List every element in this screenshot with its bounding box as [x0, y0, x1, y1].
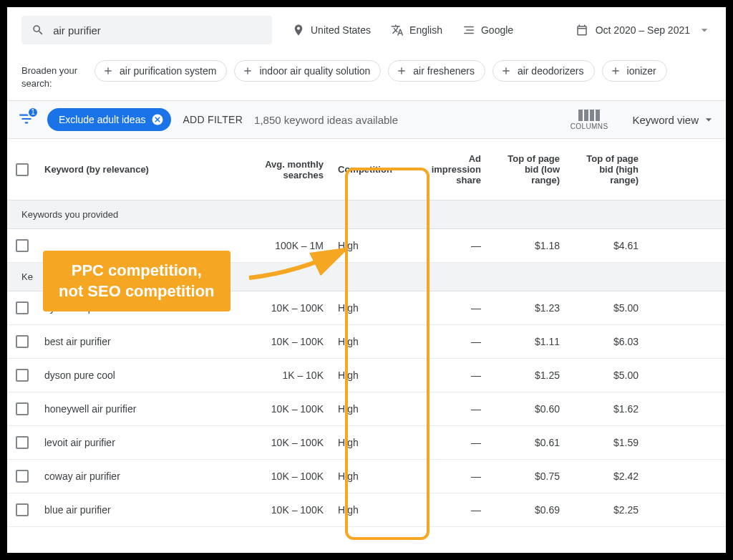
cell-bid-low: $1.23 [488, 292, 567, 324]
broaden-chip[interactable]: air deodorizers [492, 60, 595, 82]
columns-button[interactable]: COLUMNS [571, 110, 608, 130]
language-label: English [409, 24, 442, 36]
table-row: blue air purifier 10K – 100K High — $0.6… [7, 493, 726, 527]
col-avg-searches[interactable]: Avg. monthly searches [216, 139, 331, 200]
keyword-view-toggle[interactable]: Keyword view [632, 112, 716, 127]
filter-funnel[interactable]: 1 [17, 110, 36, 130]
row-checkbox[interactable] [16, 470, 29, 483]
cell-avg: 10K – 100K [216, 326, 331, 357]
cell-avg: 10K – 100K [216, 460, 331, 492]
broaden-chip[interactable]: air fresheners [388, 60, 485, 82]
cell-share: — [409, 393, 488, 425]
cell-bid-low: $1.25 [488, 359, 567, 391]
cell-competition: High [331, 359, 409, 391]
cell-avg: 10K – 100K [216, 494, 331, 526]
calendar-icon [576, 24, 588, 37]
row-checkbox[interactable] [16, 402, 29, 415]
cell-share: — [409, 427, 488, 458]
search-icon [31, 23, 44, 37]
date-range-picker[interactable]: Oct 2020 – Sep 2021 [576, 23, 712, 37]
keyword-table: Keyword (by relevance) Avg. monthly sear… [7, 139, 726, 527]
section-provided: Keywords you provided [7, 201, 726, 229]
location-setting[interactable]: United States [292, 24, 371, 37]
keyword-planner-app: United States English Google Oct 2020 – … [7, 7, 726, 553]
col-keyword[interactable]: Keyword (by relevance) [37, 139, 216, 200]
close-icon[interactable] [151, 113, 164, 126]
language-setting[interactable]: English [391, 24, 442, 37]
broaden-chip[interactable]: indoor air quality solution [234, 60, 381, 82]
top-bar: United States English Google Oct 2020 – … [7, 7, 726, 53]
cell-bid-low: $0.60 [488, 393, 567, 425]
row-checkbox[interactable] [16, 335, 29, 348]
chip-label: air deodorizers [518, 65, 584, 77]
row-checkbox[interactable] [16, 503, 29, 516]
cell-keyword: dyson air purifier [37, 292, 216, 324]
table-header: Keyword (by relevance) Avg. monthly sear… [7, 139, 726, 201]
cell-competition: High [331, 427, 409, 458]
pill-label: Exclude adult ideas [59, 114, 145, 125]
cell-share: — [409, 230, 488, 261]
cell-bid-high: $6.03 [567, 326, 646, 357]
table-row: dyson pure cool 1K – 10K High — $1.25 $5… [7, 359, 726, 392]
date-range-label: Oct 2020 – Sep 2021 [596, 24, 690, 36]
view-label: Keyword view [632, 114, 699, 126]
table-row: best air purifier 10K – 100K High — $1.1… [7, 325, 726, 359]
chip-label: ionizer [627, 65, 656, 77]
table-row: coway air purifier 10K – 100K High — $0.… [7, 460, 726, 493]
chevron-down-icon [702, 112, 716, 127]
plus-icon [610, 65, 621, 77]
chip-label: indoor air quality solution [259, 65, 370, 77]
plus-icon [396, 65, 407, 77]
col-ad-share[interactable]: Ad impression share [409, 139, 488, 200]
cell-keyword: blue air purifier [37, 494, 216, 526]
row-checkbox[interactable] [16, 369, 29, 382]
cell-competition: High [331, 393, 409, 425]
cell-bid-high: $2.42 [567, 460, 646, 492]
plus-icon [500, 65, 512, 77]
row-checkbox[interactable] [16, 436, 29, 449]
col-bid-low[interactable]: Top of page bid (low range) [488, 139, 567, 200]
network-setting[interactable]: Google [462, 24, 513, 37]
broaden-label: Broaden your search: [21, 60, 77, 90]
location-label: United States [311, 24, 371, 36]
plus-icon [242, 65, 253, 77]
row-checkbox[interactable] [16, 239, 29, 252]
ideas-count: 1,850 keyword ideas available [254, 114, 398, 126]
broaden-search-section: Broaden your search: air purification sy… [7, 53, 726, 101]
table-row: honeywell air purifier 10K – 100K High —… [7, 392, 726, 426]
section-ideas: Ke [7, 263, 726, 291]
select-all-checkbox[interactable] [16, 163, 29, 176]
cell-keyword: honeywell air purifier [37, 393, 216, 425]
cell-competition: High [331, 494, 409, 526]
cell-bid-low: $1.18 [488, 230, 567, 261]
chevron-down-icon [697, 23, 712, 37]
add-filter-button[interactable]: ADD FILTER [183, 114, 243, 125]
cell-share: — [409, 494, 488, 526]
cell-bid-high: $5.00 [567, 359, 646, 391]
cell-competition: High [331, 230, 409, 261]
cell-avg: 10K – 100K [216, 393, 331, 425]
cell-competition: High [331, 292, 409, 324]
broaden-chips: air purification system indoor air quali… [94, 60, 667, 82]
cell-avg: 100K – 1M [216, 230, 331, 261]
cell-bid-high: $1.62 [567, 393, 646, 425]
table-row: dyson air purifier 10K – 100K High — $1.… [7, 291, 726, 325]
translate-icon [391, 24, 404, 37]
search-box[interactable] [21, 16, 272, 44]
search-input[interactable] [53, 24, 262, 37]
cell-keyword: best air purifier [37, 326, 216, 357]
columns-icon [571, 110, 608, 121]
filter-bar: 1 Exclude adult ideas ADD FILTER 1,850 k… [7, 101, 726, 139]
filter-pill-exclude-adult[interactable]: Exclude adult ideas [47, 108, 171, 131]
row-checkbox[interactable] [16, 301, 29, 314]
col-bid-high[interactable]: Top of page bid (high range) [567, 139, 646, 200]
broaden-chip[interactable]: air purification system [94, 60, 227, 82]
cell-bid-high: $5.00 [567, 292, 646, 324]
cell-bid-high: $4.61 [567, 230, 646, 261]
cell-keyword: levoit air purifier [37, 427, 216, 458]
cell-keyword: coway air purifier [37, 460, 216, 492]
broaden-chip[interactable]: ionizer [602, 60, 667, 82]
col-competition[interactable]: Competition [331, 139, 409, 200]
cell-avg: 10K – 100K [216, 292, 331, 324]
chip-label: air purification system [120, 65, 216, 77]
